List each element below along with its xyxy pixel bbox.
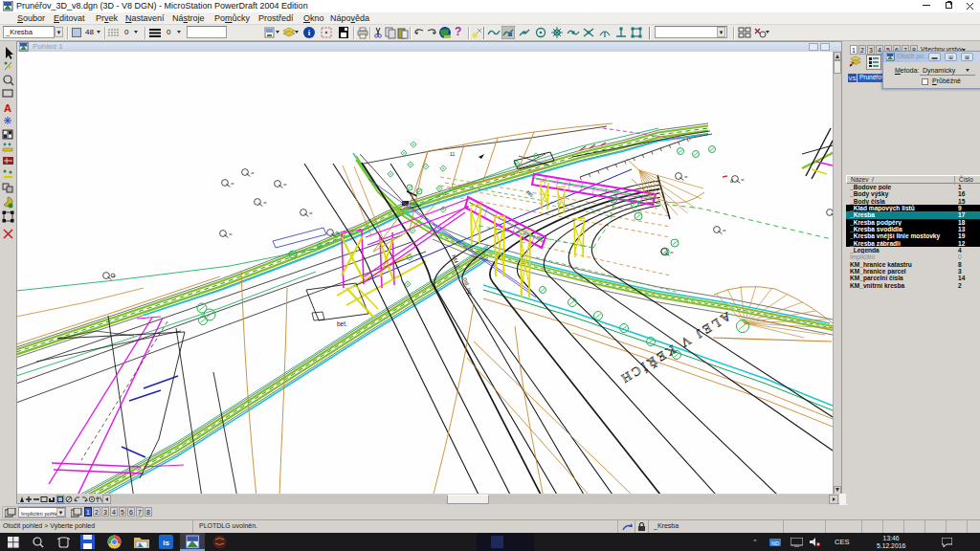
svg-text:VS: VS (848, 76, 856, 81)
svg-text:385: 385 (524, 188, 534, 198)
svg-text:ND: ND (771, 540, 779, 546)
svg-text:ALEJ V KEŘÍCH: ALEJ V KEŘÍCH (616, 309, 733, 386)
svg-text:11: 11 (450, 151, 455, 157)
svg-text:is: is (163, 539, 169, 547)
svg-text:d: d (730, 178, 733, 184)
svg-text:ost. jsp: ost. jsp (462, 276, 474, 297)
svg-text:bet.: bet. (337, 320, 347, 327)
svg-text:A: A (4, 102, 11, 114)
